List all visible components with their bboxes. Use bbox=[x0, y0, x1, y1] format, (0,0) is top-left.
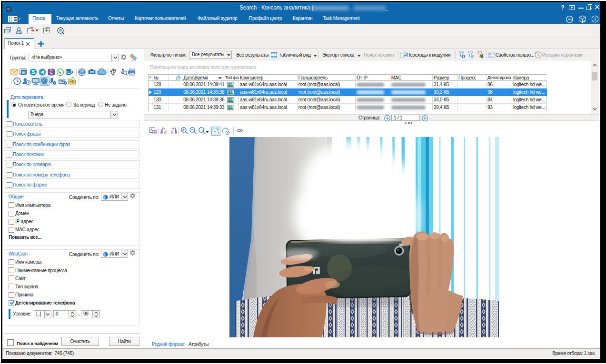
svg-text:L: L bbox=[67, 70, 70, 75]
svg-text:S: S bbox=[32, 69, 35, 75]
svg-text:ID: ID bbox=[59, 29, 62, 32]
svg-text:API: API bbox=[568, 18, 572, 21]
svg-text:IM: IM bbox=[22, 71, 25, 74]
svg-text:FTP: FTP bbox=[90, 71, 95, 74]
svg-text:HTTP: HTTP bbox=[79, 71, 84, 73]
